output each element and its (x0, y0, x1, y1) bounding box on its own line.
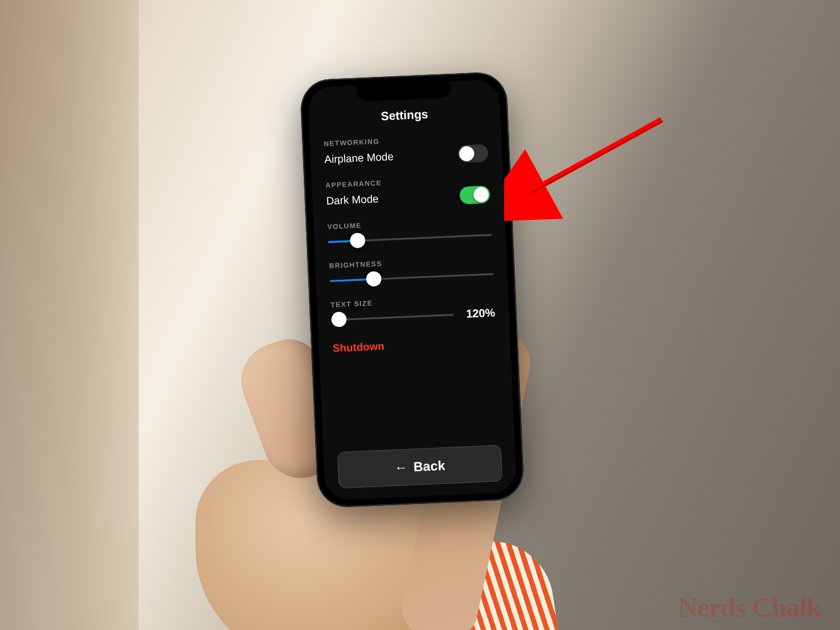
toggle-knob-icon (459, 146, 475, 162)
airplane-mode-row: Airplane Mode (324, 144, 488, 169)
slider-knob-icon (331, 312, 347, 328)
watermark: Nerds Chalk (678, 592, 821, 624)
shutdown-button[interactable]: Shutdown (333, 335, 497, 355)
textsize-slider[interactable] (331, 307, 454, 327)
back-button[interactable]: ← Back (337, 445, 502, 488)
back-arrow-icon: ← (394, 460, 408, 475)
curtain-left (0, 0, 139, 630)
phone-screen: Settings NETWORKING Airplane Mode APPEAR… (308, 79, 517, 501)
dark-mode-toggle[interactable] (459, 185, 490, 204)
brightness-slider[interactable] (330, 266, 494, 288)
textsize-value: 120% (459, 306, 495, 321)
dark-mode-label: Dark Mode (326, 193, 379, 208)
volume-slider[interactable] (328, 227, 492, 249)
slider-knob-icon (350, 232, 365, 248)
airplane-mode-toggle[interactable] (457, 144, 488, 163)
back-button-label: Back (413, 458, 446, 474)
toggle-knob-icon (473, 187, 489, 203)
slider-knob-icon (366, 271, 382, 287)
phone-device: Settings NETWORKING Airplane Mode APPEAR… (299, 71, 524, 508)
airplane-mode-label: Airplane Mode (324, 151, 393, 166)
dark-mode-row: Dark Mode (326, 185, 490, 210)
page-title: Settings (323, 105, 487, 126)
